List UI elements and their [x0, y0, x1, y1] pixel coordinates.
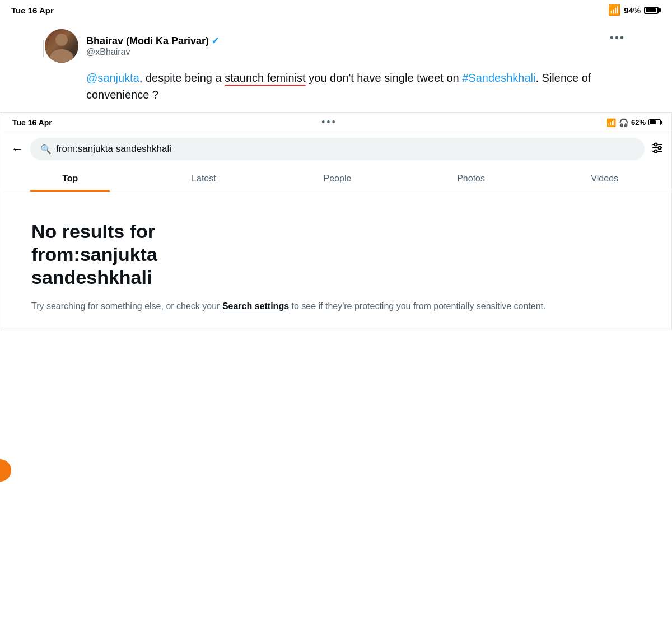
outer-status-icons: 📶 94% [608, 4, 661, 16]
tab-people[interactable]: People [270, 166, 404, 192]
outer-time: Tue 16 Apr [11, 6, 54, 15]
tweet-hashtag[interactable]: #Sandeshkhali [462, 72, 535, 84]
inner-battery-percent: 62% [631, 118, 646, 127]
tweet-mention[interactable]: @sanjukta [86, 72, 139, 84]
search-query: from:sanjukta sandeshkhali [56, 143, 171, 155]
tab-photos[interactable]: Photos [404, 166, 538, 192]
filter-button[interactable] [651, 142, 664, 157]
search-bar-area: ← 🔍 from:sanjukta sandeshkhali [3, 132, 671, 166]
no-results-title: No results for from:sanjukta sandeshkhal… [31, 220, 643, 288]
nested-screenshot: Tue 16 Apr ••• 📶 🎧 62% ← 🔍 from:sanjukta… [3, 113, 672, 330]
back-button[interactable]: ← [11, 142, 24, 156]
search-settings-link[interactable]: Search settings [222, 301, 289, 311]
battery-percent: 94% [624, 6, 641, 15]
tab-top[interactable]: Top [3, 166, 137, 192]
wifi-icon: 📶 [608, 4, 620, 16]
search-input-wrapper[interactable]: 🔍 from:sanjukta sandeshkhali [30, 138, 645, 160]
inner-status-icons: 📶 🎧 62% [606, 118, 662, 127]
author-handle: @xBhairav [86, 47, 220, 57]
no-results-subtitle: Try searching for something else, or che… [31, 300, 643, 313]
no-results-section: No results for from:sanjukta sandeshkhal… [3, 192, 671, 330]
inner-battery-icon [648, 119, 662, 125]
inner-dots: ••• [321, 116, 337, 128]
search-tabs: Top Latest People Photos Videos [3, 166, 671, 192]
tab-videos[interactable]: Videos [538, 166, 671, 192]
underlined-phrase: staunch feminist [225, 72, 306, 84]
inner-status-bar: Tue 16 Apr ••• 📶 🎧 62% [3, 113, 671, 132]
tweet-author-area: Bhairav (Modi Ka Parivar) ✓ @xBhairav [45, 29, 220, 63]
svg-point-3 [655, 143, 657, 146]
outer-status-bar: Tue 16 Apr 📶 94% [0, 0, 672, 20]
avatar [45, 29, 78, 63]
tab-latest[interactable]: Latest [137, 166, 271, 192]
inner-time: Tue 16 Apr [12, 118, 52, 127]
battery-icon [644, 7, 661, 14]
svg-point-5 [655, 150, 657, 152]
verified-icon: ✓ [211, 35, 220, 47]
crescent-decoration [0, 459, 11, 482]
inner-wifi-icon: 📶 [606, 118, 616, 127]
tweet-header: Bhairav (Modi Ka Parivar) ✓ @xBhairav ••… [45, 29, 627, 63]
inner-headphone-icon: 🎧 [619, 118, 628, 127]
svg-point-4 [659, 146, 661, 149]
search-icon: 🔍 [40, 144, 52, 155]
author-name: Bhairav (Modi Ka Parivar) ✓ [86, 35, 220, 47]
author-info: Bhairav (Modi Ka Parivar) ✓ @xBhairav [86, 35, 220, 57]
tweet-container: Bhairav (Modi Ka Parivar) ✓ @xBhairav ••… [0, 20, 672, 113]
vertical-bar [43, 40, 44, 57]
tweet-menu-button[interactable]: ••• [608, 29, 627, 46]
tweet-text: @sanjukta, despite being a staunch femin… [86, 69, 627, 103]
